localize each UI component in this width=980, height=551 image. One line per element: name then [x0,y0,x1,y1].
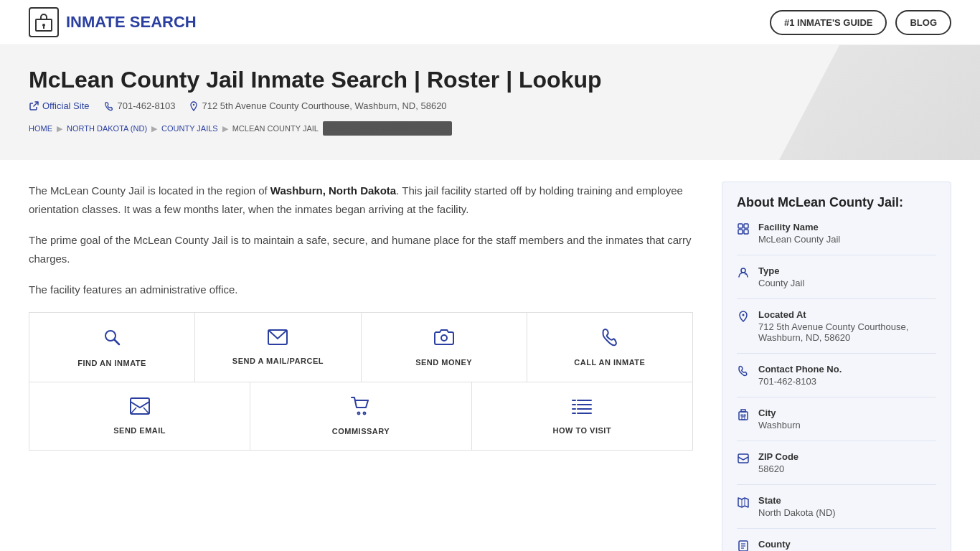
svg-rect-27 [739,412,748,420]
svg-rect-24 [744,230,748,234]
how-to-visit-label: HOW TO VISIT [553,426,612,435]
logo-link[interactable]: INMATE SEARCH [29,7,197,37]
svg-point-7 [441,335,447,341]
type-icon [737,267,750,281]
svg-point-12 [363,412,365,414]
blog-button[interactable]: BLOG [895,10,951,35]
action-row-2: SEND EMAIL COMMISSARY [29,382,692,450]
main-content: The McLean County Jail is located in the… [29,182,722,551]
list-icon [572,397,592,419]
send-money-label: SEND MONEY [415,358,472,367]
sidebar-phone-icon [737,365,750,380]
send-mail-button[interactable]: SEND A MAIL/PARCEL [195,313,361,382]
guide-button[interactable]: #1 INMATE'S GUIDE [770,10,887,35]
svg-point-1 [42,24,45,27]
send-money-button[interactable]: SEND MONEY [362,313,527,382]
svg-rect-21 [738,224,743,228]
header-nav: #1 INMATE'S GUIDE BLOG [770,10,951,35]
logo-text: INMATE SEARCH [66,13,197,32]
svg-rect-22 [744,224,748,228]
svg-rect-28 [741,415,743,416]
main-layout: The McLean County Jail is located in the… [0,160,980,551]
sidebar-card: About McLean County Jail: Facility Name … [722,182,951,551]
breadcrumb: HOME ▶ NORTH DAKOTA (ND) ▶ COUNTY JAILS … [29,121,951,136]
official-site-link[interactable]: Official Site [29,100,90,111]
phone-meta-icon [104,101,114,111]
paragraph-3: The facility features an administrative … [29,281,693,299]
action-grid: FIND AN INMATE SEND A MAIL/PARCEL [29,312,693,451]
email-icon [130,397,150,419]
sidebar-type: Type County Jail [737,265,936,299]
find-inmate-button[interactable]: FIND AN INMATE [29,313,195,382]
phone-meta: 701-462-8103 [104,100,176,111]
link-icon [29,101,39,111]
find-inmate-label: FIND AN INMATE [77,359,146,367]
send-email-button[interactable]: SEND EMAIL [29,382,250,450]
svg-rect-29 [744,415,745,416]
sidebar-state: State North Dakota (ND) [737,495,936,529]
hero-meta: Official Site 701-462-8103 712 5th Avenu… [29,100,951,111]
svg-point-25 [741,268,745,273]
doc-icon [737,540,750,551]
sidebar-facility-name: Facility Name McLean County Jail [737,222,936,255]
sidebar-phone: Contact Phone No. 701-462-8103 [737,364,936,397]
building-icon [737,409,750,423]
send-mail-label: SEND A MAIL/PARCEL [232,357,324,365]
svg-point-3 [193,103,194,105]
svg-rect-23 [738,230,743,234]
svg-line-5 [115,339,120,344]
call-inmate-label: CALL AN INMATE [574,358,645,367]
last-updated-badge: LAST UPDATED AUG. 11, 2022 [323,121,452,136]
svg-point-26 [743,314,745,316]
call-inmate-button[interactable]: CALL AN INMATE [527,313,692,382]
page-title: McLean County Jail Inmate Search | Roste… [29,67,951,93]
grid-icon [737,223,750,237]
commissary-button[interactable]: COMMISSARY [250,382,471,450]
how-to-visit-button[interactable]: HOW TO VISIT [472,382,692,450]
sidebar-county: County McLean County [737,539,936,551]
location-icon [737,311,750,325]
logo-icon [29,7,59,37]
sidebar-location: Located At 712 5th Avenue County Courtho… [737,309,936,354]
sidebar: About McLean County Jail: Facility Name … [722,182,951,551]
header: INMATE SEARCH #1 INMATE'S GUIDE BLOG [0,0,980,45]
search-icon [102,327,122,352]
action-row-1: FIND AN INMATE SEND A MAIL/PARCEL [29,313,692,382]
svg-point-11 [357,412,359,414]
map-icon [737,496,750,511]
sidebar-zip: ZIP Code 58620 [737,451,936,485]
address-meta: 712 5th Avenue County Courthouse, Washbu… [189,100,446,111]
cart-icon [351,397,371,420]
paragraph-1: The McLean County Jail is located in the… [29,182,693,218]
send-email-label: SEND EMAIL [113,426,166,435]
sidebar-city: City Washburn [737,408,936,441]
svg-line-9 [131,408,136,414]
commissary-label: COMMISSARY [332,427,390,435]
pin-meta-icon [189,101,198,111]
paragraph-2: The prime goal of the McLean County Jail… [29,231,693,268]
svg-line-10 [143,408,149,414]
mail-icon [268,329,288,349]
phone-icon [600,328,619,351]
content-text: The McLean County Jail is located in the… [29,182,693,299]
sidebar-title: About McLean County Jail: [737,195,936,210]
hero-section: McLean County Jail Inmate Search | Roste… [0,45,980,160]
zip-icon [737,453,750,467]
camera-icon [434,328,454,351]
